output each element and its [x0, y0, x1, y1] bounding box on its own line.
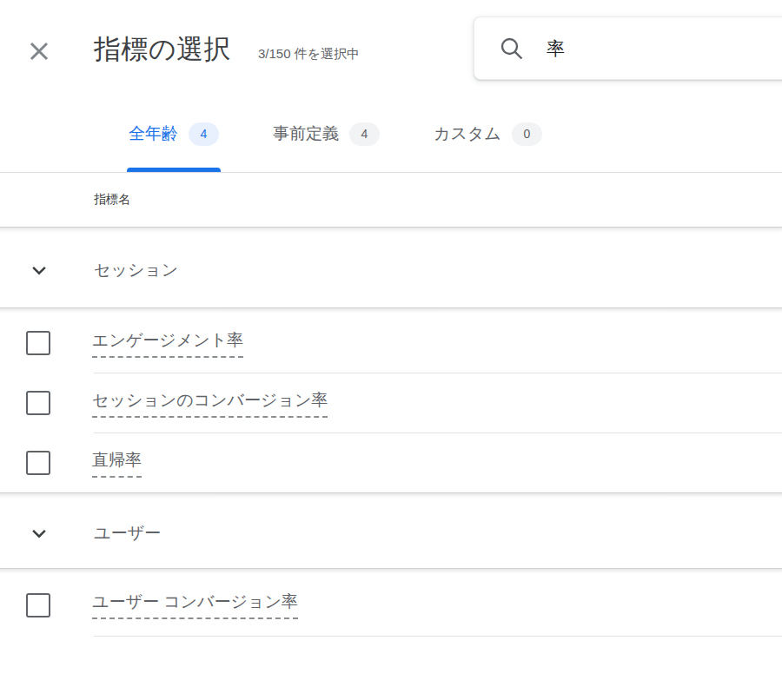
tab-count-badge: 4 [189, 122, 219, 146]
close-icon [25, 37, 53, 65]
group-divider [0, 568, 782, 574]
dialog-header: 指標の選択 3/150 件を選択中 [0, 0, 782, 96]
metric-row-user-conversion-rate[interactable]: ユーザー コンバージョン率 [0, 574, 782, 636]
chevron-down-icon[interactable] [26, 257, 52, 283]
metric-checkbox[interactable] [26, 331, 50, 355]
tab-label: カスタム [434, 122, 501, 145]
metric-checkbox[interactable] [26, 391, 50, 415]
close-button[interactable] [23, 35, 56, 68]
metric-list: 指標名 セッション エンゲージメント率 セッションのコンバージョン率 直帰率 [0, 173, 782, 637]
metric-label[interactable]: ユーザー コンバージョン率 [92, 591, 298, 619]
metric-label[interactable]: セッションのコンバージョン率 [92, 389, 328, 418]
chevron-down-icon[interactable] [26, 520, 52, 546]
metric-selection-dialog: 指標の選択 3/150 件を選択中 全年齢 4 事前定義 4 カスタム 0 [0, 0, 782, 700]
search-input[interactable] [545, 37, 745, 60]
tab-predefined[interactable]: 事前定義 4 [273, 96, 380, 172]
metric-row-bounce-rate[interactable]: 直帰率 [0, 433, 782, 492]
search-icon [498, 35, 526, 63]
tab-count-badge: 0 [512, 122, 542, 146]
tab-custom[interactable]: カスタム 0 [434, 96, 542, 172]
metric-checkbox[interactable] [26, 593, 50, 617]
section-header-session[interactable]: セッション [0, 233, 782, 307]
metric-row-engagement-rate[interactable]: エンゲージメント率 [0, 314, 782, 373]
metric-row-session-conversion-rate[interactable]: セッションのコンバージョン率 [0, 373, 782, 433]
tab-label: 全年齢 [129, 122, 178, 145]
section-header-user[interactable]: ユーザー [0, 499, 782, 568]
metric-label[interactable]: 直帰率 [92, 449, 142, 478]
column-header-metric-name: 指標名 [0, 173, 782, 227]
metric-label[interactable]: エンゲージメント率 [92, 329, 243, 358]
tab-all[interactable]: 全年齢 4 [129, 96, 219, 172]
tab-bar: 全年齢 4 事前定義 4 カスタム 0 [0, 96, 782, 173]
row-divider [94, 636, 782, 637]
selection-status: 3/150 件を選択中 [258, 46, 360, 63]
tab-label: 事前定義 [273, 122, 339, 145]
active-tab-indicator [127, 168, 221, 172]
group-divider [0, 492, 782, 499]
tab-count-badge: 4 [349, 122, 380, 146]
group-divider [0, 307, 782, 314]
page-title: 指標の選択 [94, 31, 231, 68]
metric-checkbox[interactable] [26, 451, 50, 475]
section-label: ユーザー [94, 522, 161, 545]
search-box[interactable] [474, 17, 782, 80]
section-label: セッション [94, 259, 178, 281]
group-divider [0, 227, 782, 233]
